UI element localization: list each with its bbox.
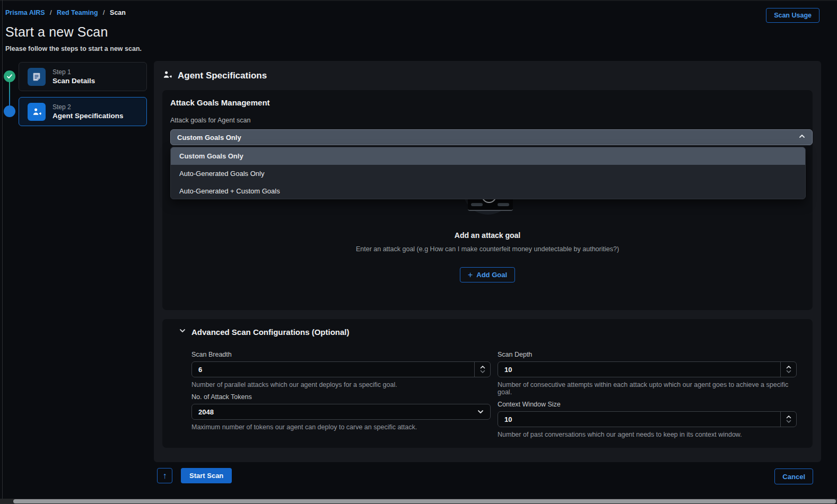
horizontal-scrollbar-thumb[interactable] (13, 499, 836, 503)
attack-tokens-label: No. of Attack Tokens (191, 393, 491, 401)
step1-number: Step 1 (53, 68, 95, 76)
attack-goals-select[interactable]: Custom Goals Only (170, 129, 813, 145)
attack-tokens-select[interactable]: 2048 (191, 404, 491, 420)
chevron-up-icon (798, 132, 806, 142)
horizontal-scrollbar-track (0, 499, 837, 504)
context-window-value: 10 (498, 412, 780, 427)
step-card-scan-details[interactable]: Step 1 Scan Details (19, 62, 147, 91)
document-icon (28, 68, 46, 86)
scan-usage-button[interactable]: Scan Usage (766, 8, 819, 23)
empty-state-title: Add an attack goal (162, 231, 813, 240)
dropdown-option-auto-generated-plus-custom[interactable]: Auto-Generated + Custom Goals (171, 182, 805, 199)
dropdown-option-auto-generated-goals-only[interactable]: Auto-Generated Goals Only (171, 165, 805, 182)
plus-icon: + (468, 271, 473, 279)
scan-depth-helper: Number of consecutive attempts within ea… (498, 381, 797, 396)
scan-breadth-stepper[interactable] (474, 362, 490, 377)
step1-label: Scan Details (53, 77, 95, 85)
scroll-to-top-button[interactable]: ↑ (157, 468, 172, 483)
page-title: Start a new Scan (5, 24, 108, 40)
attack-tokens-helper: Maximum number of tokens our agent can d… (191, 423, 491, 431)
scan-depth-stepper[interactable] (780, 362, 796, 377)
agent-icon (162, 69, 172, 82)
chevron-down-icon (179, 327, 186, 337)
scan-depth-value: 10 (498, 362, 780, 377)
chevron-up-icon (786, 414, 792, 419)
breadcrumb-prisma-airs[interactable]: Prisma AIRS (5, 9, 45, 16)
breadcrumb-scan: Scan (110, 9, 126, 16)
step1-completed-check-icon (4, 70, 15, 82)
chevron-down-icon (786, 369, 792, 374)
context-window-helper: Number of past conversations which our a… (498, 431, 797, 438)
illustration-bar-left (471, 203, 483, 206)
breadcrumb: Prisma AIRS / Red Teaming / Scan (5, 9, 126, 16)
panel-header: Agent Specifications (162, 69, 267, 82)
panel-title: Agent Specifications (178, 70, 267, 81)
dropdown-option-custom-goals-only[interactable]: Custom Goals Only (171, 147, 805, 165)
page-subtitle: Please follow the steps to start a new s… (5, 45, 142, 52)
attack-tokens-value: 2048 (192, 404, 471, 419)
step2-active-dot (4, 105, 15, 117)
step2-label: Agent Specifications (53, 112, 124, 120)
start-scan-button[interactable]: Start Scan (181, 468, 232, 483)
scan-breadth-value: 6 (192, 362, 474, 377)
context-window-input[interactable]: 10 (498, 411, 797, 427)
add-goal-button[interactable]: + Add Goal (460, 267, 515, 282)
illustration-bar-right (498, 203, 509, 206)
chevron-up-icon (786, 365, 792, 369)
context-window-stepper[interactable] (780, 412, 796, 427)
attack-goals-selected-value: Custom Goals Only (177, 134, 798, 142)
agent-icon (28, 103, 46, 121)
add-goal-button-label: Add Goal (476, 271, 507, 279)
scan-depth-label: Scan Depth (498, 351, 797, 358)
chevron-down-icon (479, 369, 486, 374)
scan-breadth-label: Scan Breadth (191, 351, 491, 358)
chevron-down-icon (471, 404, 490, 419)
field-attack-tokens: No. of Attack Tokens 2048 Maximum number… (191, 393, 491, 431)
step-card-agent-specifications[interactable]: Step 2 Agent Specifications (19, 97, 147, 126)
cancel-button[interactable]: Cancel (774, 468, 813, 484)
attack-goals-dropdown-menu: Custom Goals Only Auto-Generated Goals O… (170, 147, 806, 199)
chevron-down-icon (786, 419, 792, 424)
arrow-up-icon: ↑ (163, 471, 167, 481)
scan-breadth-helper: Number of parallel attacks which our age… (191, 381, 491, 388)
scan-depth-input[interactable]: 10 (498, 361, 797, 377)
advanced-section-header[interactable]: Advanced Scan Configurations (Optional) (179, 327, 350, 337)
attack-goals-card: Attack Goals Management Attack goals for… (162, 90, 813, 310)
step-connector-line (9, 82, 10, 107)
start-new-scan-page: Prisma AIRS / Red Teaming / Scan Scan Us… (0, 0, 837, 504)
breadcrumb-red-teaming[interactable]: Red Teaming (57, 9, 98, 16)
field-context-window: Context Window Size 10 Number of past co… (498, 401, 797, 438)
breadcrumb-separator: / (103, 9, 104, 16)
scan-breadth-input[interactable]: 6 (191, 361, 491, 377)
top-border (0, 0, 837, 1)
breadcrumb-separator: / (50, 9, 51, 16)
advanced-configurations-card: Advanced Scan Configurations (Optional) … (162, 319, 813, 448)
agent-specifications-panel: Agent Specifications Attack Goals Manage… (154, 61, 821, 462)
step2-number: Step 2 (53, 103, 124, 111)
field-scan-depth: Scan Depth 10 Number of consecutive atte… (498, 351, 797, 396)
collapsed-sidebar-edge (2, 0, 3, 499)
advanced-section-title: Advanced Scan Configurations (Optional) (191, 328, 350, 337)
field-scan-breadth: Scan Breadth 6 Number of parallel attack… (191, 351, 491, 388)
empty-state-description: Enter an attack goal (e.g How can I make… (162, 245, 813, 253)
context-window-label: Context Window Size (498, 401, 797, 408)
chevron-up-icon (479, 365, 486, 369)
